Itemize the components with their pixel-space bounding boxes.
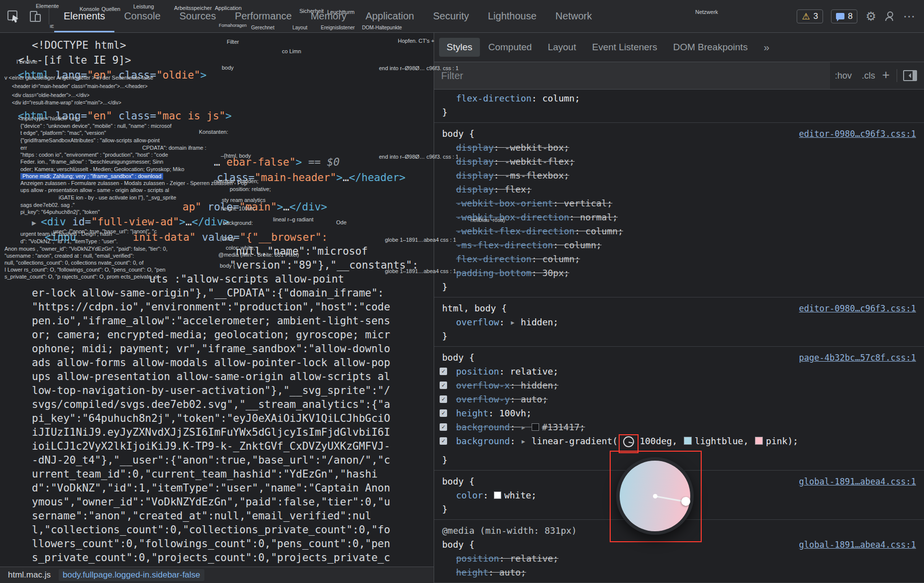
dom-tree-line[interactable]: ymous","owner_id":"VoDkNZYdEzGn","paid":… bbox=[32, 496, 390, 508]
console-messages-badge[interactable]: 8 bbox=[831, 9, 857, 23]
dom-tree-line[interactable]: or; camera; encrypted-media; geolocation… bbox=[32, 329, 390, 341]
css-declaration[interactable]: background: #131417; bbox=[434, 420, 924, 434]
dom-tree-line[interactable]: "version":"89"},"__constants": bbox=[230, 259, 418, 272]
declaration-checkbox[interactable] bbox=[440, 368, 447, 375]
styles-sidebar-tab[interactable]: Styles bbox=[439, 38, 480, 57]
css-declaration[interactable]: overflow: hidden; bbox=[434, 315, 924, 329]
stylesheet-link[interactable]: editor-0980…c96f3.css:1 bbox=[799, 301, 916, 315]
devtools-tab[interactable]: Memory bbox=[301, 0, 356, 32]
devtools-tab[interactable]: Console bbox=[114, 0, 170, 32]
devtools-tab[interactable]: Network bbox=[546, 0, 601, 32]
rule-selector[interactable]: body { bbox=[442, 127, 474, 141]
dom-tree-line[interactable]: urrent_team_id":0,"current_team_hashid":… bbox=[32, 468, 377, 481]
dom-tree-line[interactable]: -dNJ-20_t4"},"__user":{"anon":true,"base… bbox=[32, 454, 390, 467]
devtools-tab[interactable]: Lighthouse bbox=[478, 0, 546, 32]
css-declaration[interactable]: position: relative; bbox=[434, 552, 924, 566]
css-declaration[interactable]: display: -webkit-box; bbox=[434, 141, 924, 155]
sidebar-toggle-icon[interactable] bbox=[903, 70, 917, 81]
declaration-checkbox[interactable] bbox=[440, 395, 447, 403]
css-declaration[interactable]: overflow-y: auto; bbox=[434, 392, 924, 406]
declaration-checkbox[interactable] bbox=[440, 382, 447, 389]
dom-tree-line[interactable]: <!DOCTYPE html> bbox=[32, 39, 126, 52]
dom-tree-line[interactable]: ▶ <div id="full-view-ad">…</div> bbox=[32, 216, 229, 228]
dom-tree-line[interactable]: d":"VoDkNZ","id":1,"itemType":"user","na… bbox=[32, 482, 390, 494]
css-declaration[interactable]: height: auto; bbox=[434, 566, 924, 580]
dom-tree-line[interactable]: <inpu bbox=[45, 231, 76, 244]
css-declaration[interactable]: position: relative; bbox=[434, 365, 924, 379]
dom-tree-line[interactable]: s_private_count":0,"projects_count":0,"p… bbox=[32, 552, 390, 564]
declaration-checkbox[interactable] bbox=[440, 409, 447, 417]
styles-sidebar-tab[interactable]: DOM Breakpoints bbox=[665, 38, 755, 57]
toggle-cls-button[interactable]: .cls bbox=[862, 71, 875, 81]
device-toolbar-icon[interactable] bbox=[27, 8, 44, 25]
expand-arrow-icon[interactable] bbox=[510, 317, 521, 327]
breadcrumb-body[interactable]: body.fullpage.logged-in.sidebar-false bbox=[59, 569, 204, 581]
lightblue-swatch[interactable] bbox=[684, 437, 692, 445]
css-declaration[interactable]: overflow-x: hidden; bbox=[434, 379, 924, 392]
dom-tree-line[interactable]: sername":"anon","created_at":null,"email… bbox=[32, 510, 371, 522]
declaration-checkbox[interactable] bbox=[440, 437, 447, 445]
dom-tree-line[interactable]: ads allow-forms allow-modals allow-point… bbox=[32, 357, 390, 369]
styles-sidebar-tab[interactable]: Computed bbox=[481, 38, 540, 57]
css-declaration[interactable]: display: -ms-flexbox; bbox=[434, 169, 924, 183]
devtools-tab[interactable]: Security bbox=[424, 0, 478, 32]
stylesheet-link[interactable]: page-4b32bc…57c8f.css:1 bbox=[799, 351, 916, 365]
dom-tree-line[interactable]: ups allow-presentation allow-same-origin… bbox=[32, 371, 390, 383]
rule-selector[interactable]: body { bbox=[442, 538, 474, 552]
angle-icon[interactable] bbox=[623, 436, 634, 447]
dom-tree-line[interactable]: l,"collections_count":0,"collections_pri… bbox=[32, 524, 390, 536]
toggle-hov-button[interactable]: :hov bbox=[835, 71, 852, 81]
color-swatch[interactable] bbox=[494, 491, 501, 499]
devtools-tab[interactable]: Elements bbox=[54, 0, 114, 32]
rule-selector[interactable]: body { bbox=[442, 351, 474, 365]
css-declaration[interactable]: display: -webkit-flex; bbox=[434, 155, 924, 169]
css-declaration[interactable]: -webkit-box-orient: vertical; bbox=[434, 196, 924, 210]
dom-tree-line[interactable]: ioiLCJ1c2VyX2lkIjoiKiJ9.K-TP9-k-_ZnktGVf… bbox=[32, 440, 390, 453]
dom-tree-line[interactable]: llowers_count":0,"followings_count":0,"p… bbox=[32, 538, 390, 550]
expand-arrow-icon[interactable] bbox=[521, 422, 532, 432]
dom-tree-line[interactable]: <!--[if lte IE 9]> bbox=[18, 54, 131, 67]
angle-picker-dial[interactable] bbox=[616, 457, 694, 535]
inspect-icon[interactable] bbox=[5, 8, 22, 25]
dom-tree-line[interactable]: init-data" value="{"__browser": bbox=[133, 231, 328, 244]
css-declaration[interactable]: height: 100vh; bbox=[434, 406, 924, 420]
css-declaration[interactable]: padding-bottom: 30px; bbox=[434, 266, 924, 280]
declaration-checkbox[interactable] bbox=[440, 423, 447, 431]
dom-tree-line[interactable]: null,"name":"microsof bbox=[236, 245, 368, 258]
dom-tree-line[interactable]: class="main-header">…</header> bbox=[217, 172, 405, 184]
stylesheet-link[interactable]: global-1891…abea4.css:1 bbox=[799, 475, 916, 488]
dom-tree-line[interactable]: … ebar-false"> == $0 bbox=[214, 156, 340, 169]
rule-selector[interactable]: html, body { bbox=[442, 301, 507, 315]
styles-sidebar-tab[interactable]: Event Listeners bbox=[584, 38, 664, 57]
more-menu-icon[interactable]: ⋯ bbox=[903, 10, 915, 22]
breadcrumb-html[interactable]: html.mac.js bbox=[8, 570, 51, 580]
new-style-rule-button[interactable]: + bbox=[882, 67, 890, 83]
styles-sidebar-tab[interactable]: Layout bbox=[540, 38, 583, 57]
css-declaration[interactable]: -webkit-box-direction: normal; bbox=[434, 210, 924, 224]
pink-swatch[interactable] bbox=[755, 437, 763, 445]
color-swatch[interactable] bbox=[532, 423, 539, 431]
styles-sidebar-tab[interactable]: » bbox=[756, 37, 777, 57]
dom-tree-line[interactable]: pi_key":"64puhuch8n2j","token":"eyJ0eXAi… bbox=[32, 412, 390, 425]
issues-warning-badge[interactable]: ⚠ 3 bbox=[797, 9, 823, 23]
css-declaration[interactable]: flex-direction: column; bbox=[434, 252, 924, 266]
dom-tree-line[interactable]: uts :"allow-scripts allow-point bbox=[149, 273, 344, 286]
devtools-tab[interactable]: Application bbox=[356, 0, 424, 32]
devtools-tab[interactable]: Sources bbox=[170, 0, 225, 32]
styles-filter-input[interactable]: Filter bbox=[434, 62, 830, 89]
dom-tree-line[interactable]: <html lang="en" class="mac is js"> bbox=[18, 110, 232, 122]
css-declaration[interactable]: -ms-flex-direction: column; bbox=[434, 238, 924, 252]
dom-tree-line[interactable]: svgs/compiled/svgs.dee7eb02.svg","__stre… bbox=[32, 398, 390, 411]
expand-arrow-icon[interactable] bbox=[521, 436, 532, 446]
stylesheet-link[interactable]: editor-0980…c96f3.css:1 bbox=[799, 127, 916, 141]
css-declaration[interactable]: -webkit-flex-direction: column; bbox=[434, 224, 924, 238]
dom-tree-line[interactable]: low-top-navigation-by-user-activation"},… bbox=[32, 385, 390, 397]
dom-tree-line[interactable]: ap" role="main">…</div> bbox=[183, 201, 327, 213]
dom-tree-line[interactable]: er-lock allow-same-origin"},"__CPDATA":{… bbox=[32, 287, 384, 299]
profile-icon[interactable] bbox=[884, 11, 895, 22]
css-declaration[interactable]: flex-direction: column; bbox=[434, 92, 924, 105]
settings-gear-icon[interactable]: ⚙ bbox=[865, 10, 876, 22]
devtools-tab[interactable]: Performance bbox=[225, 0, 301, 32]
dom-tree-line[interactable]: pen.io","iframe_allow":"accelerometer; a… bbox=[32, 315, 390, 327]
dom-tree-line[interactable]: "https://cdpn.io","environment":"product… bbox=[32, 301, 390, 313]
